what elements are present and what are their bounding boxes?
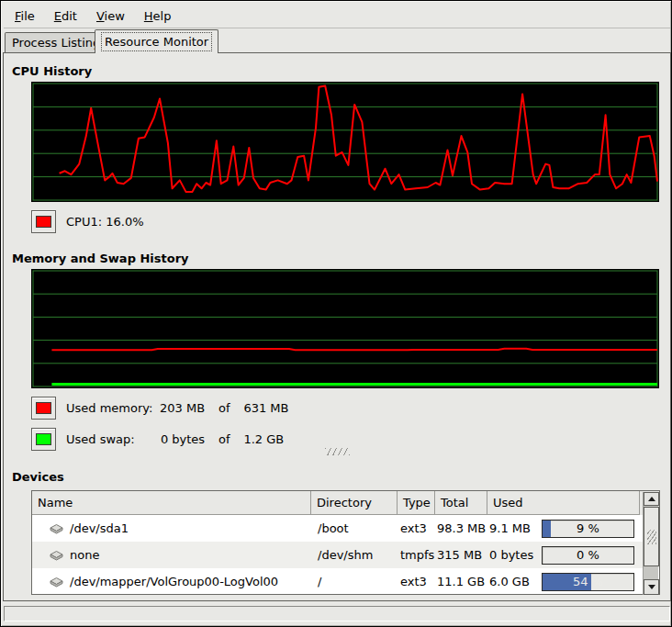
menu-item-file[interactable]: File <box>7 6 42 26</box>
usage-percent-label: 0 % <box>543 547 633 564</box>
column-header-directory[interactable]: Directory <box>311 491 398 515</box>
arrow-down-icon <box>648 585 655 589</box>
cpu-color-swatch-icon <box>36 216 51 228</box>
menu-item-view[interactable]: View <box>89 6 132 26</box>
swap-color-button[interactable] <box>31 428 56 451</box>
swap-legend-label: Used swap: <box>66 432 155 446</box>
device-name: /dev/sda1 <box>70 521 129 535</box>
device-directory: /dev/shm <box>311 542 398 568</box>
device-row[interactable]: /dev/mapper/VolGroup00-LogVol00/ext311.1… <box>32 568 659 595</box>
device-row[interactable]: /dev/sda1/bootext398.3 MB9.1 MB9 % <box>32 515 659 542</box>
memory-color-button[interactable] <box>31 397 56 420</box>
disk-icon <box>49 575 64 588</box>
column-header-total[interactable]: Total <box>435 491 487 515</box>
devices-title: Devices <box>12 470 64 484</box>
tab-label: Process Listing <box>12 36 100 50</box>
cpu-history-title: CPU History <box>12 64 92 78</box>
column-header-used[interactable]: Used <box>487 491 640 515</box>
devices-table: NameDirectoryTypeTotalUsed /dev/sda1/boo… <box>31 490 660 595</box>
devices-table-body: /dev/sda1/bootext398.3 MB9.1 MB9 %none/d… <box>32 515 659 595</box>
device-directory: / <box>311 568 398 595</box>
device-name: /dev/mapper/VolGroup00-LogVol00 <box>70 575 278 588</box>
disk-icon <box>49 521 64 535</box>
swap-used-value: 0 bytes <box>159 432 205 446</box>
tab-resource-monitor[interactable]: Resource Monitor <box>95 29 218 53</box>
device-name: none <box>70 548 99 562</box>
device-directory: /boot <box>311 515 398 542</box>
pane-resize-grip[interactable] <box>325 448 350 455</box>
cpu-legend-label: CPU1: 16.0% <box>66 215 144 229</box>
memory-color-swatch-icon <box>36 402 51 414</box>
scrollbar-grip-icon <box>647 530 656 544</box>
disk-icon <box>49 548 64 562</box>
device-total: 11.1 GB <box>435 568 487 595</box>
status-bar <box>4 606 670 621</box>
memory-used-value: 203 MB <box>159 401 205 415</box>
memory-legend: Used memory: 203 MB of 631 MB <box>31 397 289 420</box>
swap-total-value: 1.2 GB <box>243 432 284 446</box>
menu-bar: FileEditViewHelp <box>4 4 670 28</box>
usage-progress-bar: 54 % <box>542 573 634 591</box>
devices-table-header: NameDirectoryTypeTotalUsed <box>32 491 659 515</box>
tab-process-listing[interactable]: Process Listing <box>5 32 107 52</box>
memory-total-value: 631 MB <box>243 401 288 415</box>
swap-legend: Used swap: 0 bytes of 1.2 GB <box>31 428 284 451</box>
cpu-legend: CPU1: 16.0% <box>31 210 144 233</box>
scrollbar-thumb[interactable] <box>644 507 659 566</box>
memory-legend-label: Used memory: <box>66 401 155 415</box>
scrollbar-down-button[interactable] <box>644 579 659 595</box>
tab-label: Resource Monitor <box>102 33 211 50</box>
device-row[interactable]: none/dev/shmtmpfs315 MB0 bytes0 % <box>32 542 659 568</box>
memory-swap-chart <box>31 269 659 388</box>
system-monitor-window: FileEditViewHelp Process Listing Resourc… <box>0 0 672 627</box>
memory-of-text: of <box>208 401 240 415</box>
devices-scrollbar[interactable] <box>643 492 658 595</box>
column-header-type[interactable]: Type <box>398 491 435 515</box>
device-used: 0 bytes <box>489 548 533 562</box>
memory-history-title: Memory and Swap History <box>12 252 189 265</box>
menu-item-help[interactable]: Help <box>137 6 179 26</box>
column-header-name[interactable]: Name <box>32 491 311 515</box>
menu-item-edit[interactable]: Edit <box>47 6 84 26</box>
swap-color-swatch-icon <box>36 433 51 445</box>
usage-progress-bar: 0 % <box>542 546 634 565</box>
cpu-color-button[interactable] <box>31 210 56 233</box>
swap-of-text: of <box>208 432 240 446</box>
device-type: tmpfs <box>398 542 435 568</box>
device-type: ext3 <box>398 515 435 542</box>
arrow-up-icon <box>648 497 655 501</box>
device-used: 9.1 MB <box>489 521 531 535</box>
device-total: 315 MB <box>435 542 487 568</box>
device-type: ext3 <box>398 568 435 595</box>
device-total: 98.3 MB <box>435 515 487 542</box>
usage-percent-label: 54 % <box>543 574 633 590</box>
scrollbar-up-button[interactable] <box>644 492 659 506</box>
device-used: 6.0 GB <box>489 575 530 588</box>
usage-progress-bar: 9 % <box>542 520 634 538</box>
usage-percent-label: 9 % <box>543 521 633 537</box>
cpu-history-chart <box>31 82 659 202</box>
